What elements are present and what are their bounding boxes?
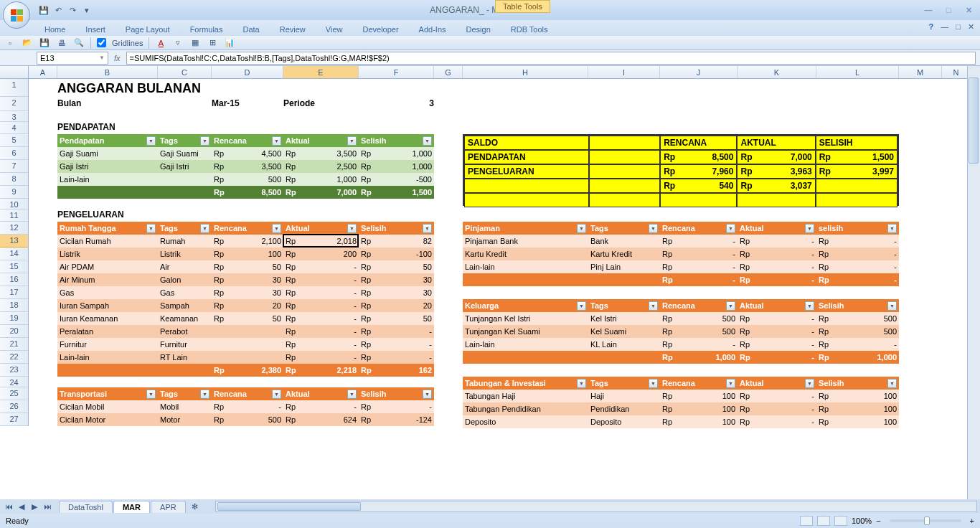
row-header-23[interactable]: 23	[0, 364, 28, 377]
column-header-G[interactable]: G	[434, 66, 463, 78]
table-header[interactable]: Aktual▼	[283, 224, 359, 233]
restore-window-icon[interactable]: □	[956, 22, 961, 32]
table-header[interactable]: Transportasi▼	[57, 390, 158, 399]
tab-review[interactable]: Review	[270, 23, 316, 36]
first-sheet-icon[interactable]: ⏮	[3, 501, 14, 512]
tab-insert[interactable]: Insert	[75, 23, 116, 36]
minimize-ribbon-icon[interactable]: —	[941, 22, 948, 32]
tab-design[interactable]: Design	[456, 23, 501, 36]
table-header[interactable]: selisih▼	[816, 224, 899, 233]
help-icon[interactable]: ?	[929, 22, 934, 32]
table-header[interactable]: Rencana▼	[212, 390, 283, 399]
row-header-14[interactable]: 14	[0, 248, 28, 260]
filter-icon[interactable]: ▼	[726, 379, 735, 388]
close-icon[interactable]: ✕	[960, 4, 977, 16]
table-header[interactable]: Tags▼	[158, 136, 212, 146]
formula-input[interactable]: =SUMIFS(DataToshl!C:C,DataToshl!B:B,[Tag…	[126, 52, 976, 65]
table-header[interactable]: Selisih▼	[359, 224, 434, 233]
column-header-J[interactable]: J	[660, 66, 738, 78]
filter-icon[interactable]: ▼	[887, 379, 897, 388]
minimize-icon[interactable]: —	[920, 4, 937, 16]
office-button[interactable]	[3, 1, 30, 29]
vertical-scrollbar[interactable]	[967, 66, 980, 499]
table-header[interactable]: Rencana▼	[660, 379, 738, 388]
tab-data[interactable]: Data	[232, 23, 269, 36]
filter-icon[interactable]: ▼	[726, 224, 735, 233]
filter-icon[interactable]: ▼	[146, 390, 156, 399]
table-header[interactable]: Tags▼	[588, 301, 660, 311]
table-header[interactable]: Rumah Tangga▼	[57, 224, 158, 233]
next-sheet-icon[interactable]: ▶	[29, 501, 40, 512]
fx-icon[interactable]: fx	[114, 54, 121, 62]
table-header[interactable]: Aktual▼	[738, 301, 816, 311]
tab-formulas[interactable]: Formulas	[180, 23, 233, 36]
table-header[interactable]: Selisih▼	[359, 136, 434, 146]
table-header[interactable]: Rencana▼	[212, 224, 283, 233]
filter-icon[interactable]: ▼	[146, 224, 156, 233]
row-header-26[interactable]: 26	[0, 400, 28, 413]
row-header-13[interactable]: 13	[0, 235, 28, 248]
filter-icon[interactable]: ▼	[272, 224, 281, 233]
sheet-tab-MAR[interactable]: MAR	[113, 501, 150, 513]
row-header-22[interactable]: 22	[0, 351, 28, 364]
gridlines-checkbox[interactable]	[97, 38, 106, 47]
name-box[interactable]: E13▼	[37, 52, 108, 65]
column-header-N[interactable]: N	[942, 66, 971, 78]
open-icon[interactable]: 📂	[22, 37, 33, 49]
filter-icon[interactable]: ▼	[649, 224, 658, 233]
font-color-icon[interactable]: A	[155, 37, 166, 49]
filter-icon[interactable]: ▼	[887, 301, 897, 311]
filter-icon[interactable]: ▼	[347, 136, 357, 146]
tab-developer[interactable]: Developer	[352, 23, 408, 36]
tab-addins[interactable]: Add-Ins	[409, 23, 456, 36]
column-header-K[interactable]: K	[738, 66, 816, 78]
row-header-6[interactable]: 6	[0, 147, 28, 160]
filter-icon[interactable]: ▼	[347, 390, 357, 399]
table-header[interactable]: Pinjaman▼	[463, 224, 588, 233]
qat-more-icon[interactable]: ▾	[80, 4, 93, 16]
filter-icon[interactable]: ▼	[887, 224, 897, 233]
row-header-15[interactable]: 15	[0, 260, 28, 273]
table-header[interactable]: Aktual▼	[283, 390, 359, 399]
filter-icon[interactable]: ▼	[577, 379, 586, 388]
filter-icon[interactable]: ▼	[200, 224, 209, 233]
undo-icon[interactable]: ↶	[52, 4, 65, 16]
print-icon[interactable]: 🖶	[56, 37, 67, 49]
filter-icon[interactable]: ▼	[805, 301, 814, 311]
sheet-tab-DataToshl[interactable]: DataToshl	[59, 501, 113, 513]
filter-icon[interactable]: ▼	[272, 390, 281, 399]
column-header-E[interactable]: E	[283, 66, 359, 78]
select-all-button[interactable]	[0, 66, 29, 79]
column-header-F[interactable]: F	[359, 66, 434, 78]
row-header-21[interactable]: 21	[0, 338, 28, 351]
tab-pagelayout[interactable]: Page Layout	[116, 23, 180, 36]
border-icon[interactable]: ▦	[189, 37, 201, 49]
row-header-9[interactable]: 9	[0, 186, 28, 199]
filter-icon[interactable]: ▼	[272, 136, 281, 146]
table-header[interactable]: Aktual▼	[283, 136, 359, 146]
row-header-4[interactable]: 4	[0, 122, 28, 134]
row-header-3[interactable]: 3	[0, 111, 28, 122]
column-header-I[interactable]: I	[588, 66, 660, 78]
filter-icon[interactable]: ▼	[726, 301, 735, 311]
column-header-D[interactable]: D	[212, 66, 283, 78]
table-header[interactable]: Tags▼	[158, 390, 212, 399]
row-header-8[interactable]: 8	[0, 173, 28, 186]
tab-rdbtools[interactable]: RDB Tools	[501, 23, 558, 36]
zoom-out-icon[interactable]: −	[876, 517, 880, 525]
column-header-M[interactable]: M	[899, 66, 942, 78]
row-header-7[interactable]: 7	[0, 160, 28, 173]
tab-home[interactable]: Home	[34, 23, 75, 36]
column-header-B[interactable]: B	[57, 66, 158, 78]
table-header[interactable]: Selisih▼	[359, 390, 434, 399]
filter-icon[interactable]: ▼	[347, 224, 357, 233]
filter-icon[interactable]: ▼	[423, 224, 432, 233]
table-header[interactable]: Selisih▼	[816, 379, 899, 388]
row-header-10[interactable]: 10	[0, 199, 28, 209]
row-header-27[interactable]: 27	[0, 413, 28, 426]
filter-icon[interactable]: ▼	[577, 224, 586, 233]
table-header[interactable]: Pendapatan▼	[57, 136, 158, 146]
filter-icon[interactable]: ▼	[805, 379, 814, 388]
table-header[interactable]: Rencana▼	[660, 224, 738, 233]
sheet-tab-APR[interactable]: APR	[151, 501, 186, 513]
